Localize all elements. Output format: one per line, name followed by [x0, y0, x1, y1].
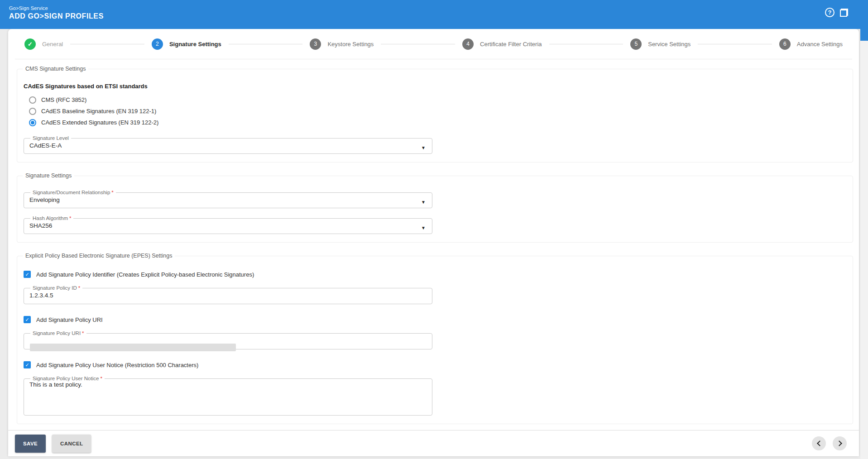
cms-signature-settings-group: CMS Signature Settings CAdES Signatures … — [17, 66, 853, 163]
step-navigation — [812, 436, 854, 450]
step-label: Keystore Settings — [327, 41, 374, 48]
wizard-stepper: General 2 Signature Settings 3 Keystore … — [8, 29, 859, 59]
required-asterisk: * — [82, 330, 84, 336]
field-label: Signature Policy User Notice — [33, 376, 99, 381]
required-asterisk: * — [100, 376, 102, 381]
help-icon[interactable] — [825, 8, 834, 17]
step-number-badge: 5 — [630, 38, 642, 50]
radio-label: CAdES Baseline Signatures (EN 319 122-1) — [41, 108, 156, 115]
checkbox-checked-icon[interactable] — [24, 361, 31, 368]
header-titles: Go>Sign Service ADD GO>SIGN PROFILES — [9, 5, 104, 20]
checkbox-checked-icon[interactable] — [24, 316, 31, 323]
field-label: Signature Level — [33, 135, 69, 141]
stepper-step-signature-settings[interactable]: 2 Signature Settings — [152, 38, 221, 50]
step-connector — [698, 44, 772, 44]
step-label: Service Settings — [648, 41, 691, 48]
radio-cades-baseline[interactable]: CAdES Baseline Signatures (EN 319 122-1) — [29, 105, 846, 117]
group-legend: Explicit Policy Based Electronic Signatu… — [23, 253, 175, 259]
step-number-badge: 4 — [462, 38, 474, 50]
step-number-badge: 3 — [310, 38, 321, 50]
field-label: Signature Policy URI — [33, 330, 81, 336]
policy-user-notice-checkbox-row[interactable]: Add Signature Policy User Notice (Restri… — [24, 361, 846, 368]
step-label: Certificate Filter Criteria — [480, 41, 542, 48]
step-connector — [381, 44, 455, 44]
profile-wizard-card: General 2 Signature Settings 3 Keystore … — [8, 29, 859, 456]
policy-identifier-checkbox-row[interactable]: Add Signature Policy Identifier (Creates… — [24, 271, 846, 278]
vertical-scrollbar[interactable] — [860, 0, 868, 459]
signature-policy-id-input[interactable] — [29, 291, 427, 299]
previous-step-button[interactable] — [812, 436, 826, 450]
checkbox-checked-icon[interactable] — [24, 271, 31, 278]
chevron-down-icon[interactable] — [421, 225, 426, 230]
radio-checked-icon[interactable] — [29, 119, 36, 126]
radio-cades-extended[interactable]: CAdES Extended Signatures (EN 319 122-2) — [29, 117, 846, 128]
radio-cms-rfc3852[interactable]: CMS (RFC 3852) — [29, 94, 846, 105]
chevron-down-icon[interactable] — [421, 200, 426, 205]
redacted-value — [30, 344, 236, 351]
header-icons — [825, 8, 848, 17]
hash-algorithm-select[interactable]: Hash Algorithm* SHA256 — [24, 215, 432, 234]
scrollbar-thumb[interactable] — [860, 0, 868, 41]
step-connector — [229, 44, 303, 44]
epes-settings-group: Explicit Policy Based Electronic Signatu… — [17, 253, 853, 424]
group-legend: CMS Signature Settings — [23, 66, 88, 72]
step-label: Signature Settings — [169, 41, 221, 48]
signature-document-relationship-select[interactable]: Signature/Document Relationship* Envelop… — [24, 190, 432, 208]
page-title: ADD GO>SIGN PROFILES — [9, 12, 104, 20]
step-content: CMS Signature Settings CAdES Signatures … — [8, 59, 859, 430]
next-step-button[interactable] — [833, 436, 847, 450]
step-label: General — [42, 41, 63, 48]
step-connector — [70, 44, 144, 44]
field-label: Signature/Document Relationship — [33, 190, 110, 195]
field-label: Signature Policy ID — [33, 285, 77, 291]
group-legend: Signature Settings — [23, 172, 74, 179]
checkbox-label: Add Signature Policy User Notice (Restri… — [36, 362, 198, 368]
check-icon — [24, 38, 36, 50]
signature-policy-user-notice-textarea[interactable]: This is a test policy. — [29, 381, 427, 410]
step-number-badge: 2 — [152, 38, 163, 50]
radio-label: CAdES Extended Signatures (EN 319 122-2) — [41, 119, 158, 126]
selected-value: CAdES-E-A — [29, 141, 427, 149]
signature-settings-group: Signature Settings Signature/Document Re… — [17, 172, 853, 243]
checkbox-label: Add Signature Policy Identifier (Creates… — [36, 271, 254, 278]
cancel-button[interactable]: CANCEL — [52, 435, 91, 453]
app-name: Go>Sign Service — [9, 5, 104, 11]
stepper-step-keystore-settings[interactable]: 3 Keystore Settings — [310, 38, 374, 50]
signature-level-select[interactable]: Signature Level CAdES-E-A — [24, 135, 432, 154]
step-number-badge: 6 — [779, 38, 791, 50]
save-button[interactable]: SAVE — [15, 435, 46, 453]
app-header: Go>Sign Service ADD GO>SIGN PROFILES — [0, 0, 868, 29]
chevron-right-icon — [836, 440, 842, 446]
signature-policy-uri-field[interactable]: Signature Policy URI* — [24, 330, 432, 349]
required-asterisk: * — [111, 190, 113, 195]
radio-label: CMS (RFC 3852) — [41, 96, 86, 103]
signature-policy-uri-input[interactable] — [29, 336, 427, 344]
step-label: Advance Settings — [797, 41, 843, 48]
required-asterisk: * — [78, 285, 80, 291]
stepper-step-service-settings[interactable]: 5 Service Settings — [630, 38, 691, 50]
selected-value: SHA256 — [29, 221, 427, 229]
selected-value: Enveloping — [29, 195, 427, 203]
stepper-step-advance-settings[interactable]: 6 Advance Settings — [779, 38, 843, 50]
checkbox-label: Add Signature Policy URI — [36, 316, 103, 323]
signature-policy-user-notice-field[interactable]: Signature Policy User Notice* This is a … — [24, 376, 432, 416]
stepper-step-general[interactable]: General — [24, 38, 63, 50]
field-label: Hash Algorithm — [33, 215, 68, 221]
required-asterisk: * — [69, 215, 71, 221]
chevron-down-icon[interactable] — [421, 145, 426, 150]
radio-group-heading: CAdES Signatures based on ETSI standards — [24, 83, 846, 90]
radio-unchecked-icon[interactable] — [29, 108, 36, 115]
step-connector — [549, 44, 623, 44]
policy-uri-checkbox-row[interactable]: Add Signature Policy URI — [24, 316, 846, 323]
chevron-left-icon — [817, 440, 823, 446]
copy-pages-icon[interactable] — [840, 9, 848, 17]
signature-policy-id-field[interactable]: Signature Policy ID* — [24, 285, 432, 304]
radio-unchecked-icon[interactable] — [29, 96, 36, 104]
stepper-step-certificate-filter[interactable]: 4 Certificate Filter Criteria — [462, 38, 542, 50]
footer-actions: SAVE CANCEL — [8, 430, 859, 456]
